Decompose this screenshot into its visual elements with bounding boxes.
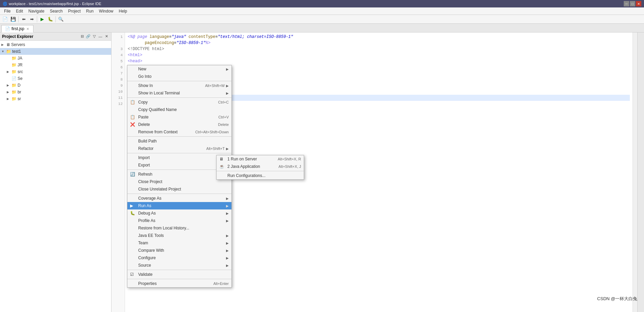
ctx-restorefromlocal[interactable]: Restore from Local History... [127, 224, 231, 232]
submenu-runonserver-label: 1 Run on Server [227, 157, 271, 161]
ctx-configure-label: Configure [138, 255, 225, 260]
ctx-export[interactable]: Export ▶ [127, 161, 231, 169]
ctx-comparewith[interactable]: Compare With ▶ [127, 247, 231, 254]
ctx-closeunrelated[interactable]: Close Unrelated Project [127, 185, 231, 193]
ctx-javaeetools-label: Java EE Tools [138, 233, 225, 238]
ctx-restorefromlocal-label: Restore from Local History... [138, 226, 229, 230]
ctx-source-label: Source [138, 263, 225, 268]
ctx-goto[interactable]: Go Into [127, 73, 231, 80]
ctx-coverageas[interactable]: Coverage As ▶ [127, 195, 231, 202]
menu-window[interactable]: Window [96, 8, 116, 14]
ctx-refactor[interactable]: Refactor Alt+Shift+T ▶ [127, 145, 231, 152]
tree-item-servers[interactable]: ▶ 🖥 Servers [0, 41, 111, 48]
tree-item-d[interactable]: ▶ 📁 D [0, 82, 111, 89]
ctx-import[interactable]: Import ▶ [127, 154, 231, 161]
close-button[interactable]: ✕ [636, 1, 641, 6]
file-icon: 📄 [11, 76, 17, 81]
forward-button[interactable]: ➡ [28, 16, 35, 23]
new-button[interactable]: 📄 [1, 16, 9, 23]
ctx-properties[interactable]: Properties Alt+Enter [127, 280, 231, 287]
minimize-panel-button[interactable]: — [98, 34, 103, 39]
menu-navigate[interactable]: Navigate [26, 8, 47, 14]
close-panel-button[interactable]: ✕ [104, 34, 109, 39]
tree-item-test1[interactable]: ▼ 📁 test1 [0, 48, 111, 55]
ctx-team-label: Team [138, 241, 225, 245]
tree-item-src[interactable]: ▶ 📁 src [0, 68, 111, 75]
tree-item-ja[interactable]: 📁 JA [0, 55, 111, 62]
submenu-runconfigs[interactable]: Run Configurations... [217, 172, 304, 179]
copy-shortcut: Ctrl+C [218, 100, 229, 104]
ctx-new[interactable]: New ▶ [127, 65, 231, 73]
collapse-button[interactable]: ⊟ [79, 34, 85, 39]
menu-bar: File Edit Navigate Search Project Run Wi… [0, 7, 644, 15]
ctx-paste[interactable]: 📋 Paste Ctrl+V [127, 113, 231, 121]
ctx-coverageas-label: Coverage As [138, 196, 225, 201]
ctx-sep-2 [127, 97, 231, 98]
submenu-javaapp[interactable]: ☕ 2 Java Application Alt+Shift+X, J [217, 163, 304, 170]
ctx-sep-8 [127, 279, 231, 279]
menu-search[interactable]: Search [47, 8, 65, 14]
save-button[interactable]: 💾 [9, 16, 17, 23]
ctx-showlocal[interactable]: Show in Local Terminal ▶ [127, 89, 231, 97]
filter-button[interactable]: ▽ [92, 34, 97, 39]
ctx-debugas[interactable]: 🐛 Debug As ▶ [127, 209, 231, 217]
ctx-properties-label: Properties [138, 281, 206, 286]
eclipse-icon: 🌀 [3, 2, 7, 6]
tree-item-se[interactable]: 📄 Se [0, 75, 111, 82]
tree-arrow: ▶ [7, 90, 11, 94]
menu-help[interactable]: Help [116, 8, 130, 14]
runonserver-icon: 🖥 [219, 157, 225, 161]
menu-edit[interactable]: Edit [13, 8, 26, 14]
run-button[interactable]: ▶ [39, 16, 46, 23]
ctx-showin[interactable]: Show In Alt+Shift+W ▶ [127, 82, 231, 89]
ctx-source[interactable]: Source ▶ [127, 262, 231, 269]
panel-header: Project Explorer ⊟ 🔗 ▽ — ✕ [0, 32, 111, 41]
ctx-configure[interactable]: Configure ▶ [127, 254, 231, 262]
maximize-button[interactable]: □ [630, 1, 635, 6]
runas-arrow: ▶ [226, 204, 229, 208]
ctx-sep-5 [127, 170, 231, 170]
ctx-profileas[interactable]: Profile As ▶ [127, 217, 231, 224]
link-button[interactable]: 🔗 [85, 34, 91, 39]
menu-project[interactable]: Project [65, 8, 83, 14]
tab-close-button[interactable]: ✕ [26, 27, 30, 31]
tree-item-sr[interactable]: ▶ 📁 sr [0, 95, 111, 102]
menu-file[interactable]: File [1, 8, 13, 14]
ctx-copy[interactable]: 📋 Copy Ctrl+C [127, 98, 231, 106]
ctx-runas[interactable]: ▶ Run As ▶ [127, 202, 231, 209]
tree-arrow: ▶ [1, 43, 6, 46]
tree-item-jr[interactable]: 📁 JR [0, 62, 111, 68]
watermark-text: CSDN @一杯大白兔 [597, 296, 637, 301]
ctx-validate[interactable]: ☑ Validate [127, 271, 231, 278]
sep3 [55, 16, 56, 22]
menu-run[interactable]: Run [83, 8, 96, 14]
ctx-import-label: Import [138, 155, 225, 160]
ctx-buildpath[interactable]: Build Path [127, 137, 231, 145]
editor-scrollbar[interactable] [633, 32, 637, 312]
copy-icon: 📋 [130, 100, 136, 105]
debugas-arrow: ▶ [226, 211, 229, 215]
ctx-team[interactable]: Team ▶ [127, 239, 231, 247]
ctx-closeproject[interactable]: Close Project [127, 178, 231, 185]
window-title: workplace - test1/src/main/webapp/first.… [9, 2, 101, 6]
ctx-javaeetools[interactable]: Java EE Tools ▶ [127, 232, 231, 239]
search-button[interactable]: 🔍 [57, 16, 65, 23]
line-num-8: 8 [112, 76, 125, 83]
debug-button[interactable]: 🐛 [47, 16, 54, 23]
submenu-runonserver[interactable]: 🖥 1 Run on Server Alt+Shift+X, R [217, 155, 304, 163]
line-num-11: 11 [112, 95, 125, 101]
ctx-delete[interactable]: ❌ Delete Delete [127, 121, 231, 128]
tree-arrow: ▶ [7, 97, 11, 101]
ctx-refresh[interactable]: 🔄 Refresh F5 [127, 171, 231, 178]
tab-firstjsp[interactable]: 📄 first.jsp ✕ [1, 25, 33, 32]
ctx-copyqualified[interactable]: Copy Qualified Name [127, 106, 231, 113]
refactor-arrow: ▶ [226, 147, 229, 151]
run-as-submenu: 🖥 1 Run on Server Alt+Shift+X, R ☕ 2 Jav… [216, 155, 304, 180]
submenu-runconfigs-label: Run Configurations... [227, 173, 301, 178]
code-line-5: <head> [128, 58, 630, 64]
tree-item-br[interactable]: ▶ 📁 br [0, 89, 111, 95]
minimize-button[interactable]: ─ [624, 1, 629, 6]
back-button[interactable]: ⬅ [20, 16, 27, 23]
ctx-removectx[interactable]: Remove from Context Ctrl+Alt+Shift+Down [127, 128, 231, 136]
tree-label-se: Se [18, 76, 23, 81]
